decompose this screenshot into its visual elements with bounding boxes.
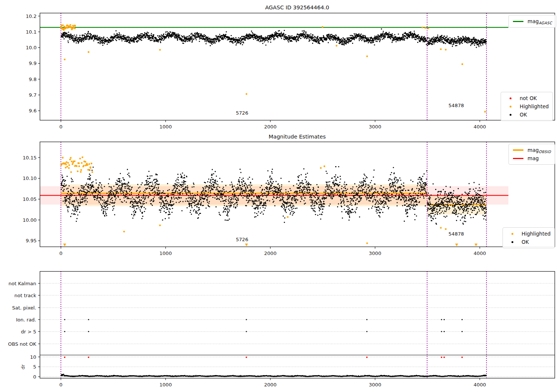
svg-text:9.6: 9.6 <box>29 108 37 113</box>
dr-axis-label: dr <box>20 364 26 370</box>
legend-item-mag: mag <box>512 154 551 162</box>
svg-text:2000: 2000 <box>264 251 277 256</box>
flag-category-label: OBS not OK <box>8 341 37 347</box>
flag-category-label: not track <box>14 293 36 298</box>
legend-label: OK <box>522 239 529 245</box>
plot2-line-legend: magOBSID mag <box>508 144 555 165</box>
svg-text:9.8: 9.8 <box>29 77 37 82</box>
svg-text:10: 10 <box>30 354 36 360</box>
legend-item-highlighted: Highlighted <box>504 102 549 111</box>
svg-text:0: 0 <box>59 251 62 256</box>
highlighted-dot-icon <box>511 233 513 235</box>
svg-text:10.0: 10.0 <box>26 45 37 50</box>
legend-label: magAGASC <box>528 18 552 24</box>
mag-plot-layer: 572654878010002000300040009.69.79.89.910… <box>26 13 555 130</box>
flag-category-label: dr > 5 <box>21 329 36 335</box>
mag-line-icon <box>513 158 523 159</box>
svg-text:0: 0 <box>33 374 36 380</box>
ok-dot-icon <box>511 241 513 243</box>
plot2-dot-legend: Highlighted OK <box>503 227 555 248</box>
plot2-title: Magnitude Estimates <box>268 134 326 140</box>
svg-text:5: 5 <box>33 364 36 370</box>
highlighted-dot-icon <box>510 106 511 108</box>
legend-label: magOBSID <box>528 147 551 153</box>
svg-text:3000: 3000 <box>369 382 381 388</box>
figure: 572654878010002000300040009.69.79.89.910… <box>0 0 560 392</box>
legend-label: Highlighted <box>522 231 551 237</box>
svg-text:9.95: 9.95 <box>26 238 37 243</box>
plot1-dot-legend: not OK Highlighted OK <box>501 92 553 121</box>
ok-dot-icon <box>510 114 511 116</box>
legend-item-not-ok: not OK <box>504 94 549 102</box>
legend-item-mag-agasc: magAGASC <box>512 17 552 25</box>
svg-text:4000: 4000 <box>474 382 486 388</box>
mag-agasc-line-icon <box>513 21 523 22</box>
legend-item-highlighted: Highlighted <box>506 230 551 238</box>
mag-plot-layer: 572654878010002000300040009.9510.0010.05… <box>23 142 555 256</box>
svg-text:9.7: 9.7 <box>29 92 37 98</box>
legend-item-ok: OK <box>506 238 551 246</box>
svg-text:4000: 4000 <box>474 124 486 130</box>
svg-text:1000: 1000 <box>159 124 172 130</box>
svg-text:10.1: 10.1 <box>26 29 37 35</box>
legend-label: not OK <box>520 95 537 101</box>
svg-text:0: 0 <box>59 382 62 388</box>
flags-plot-layer: 01000200030004000not Kalmannot trackSat.… <box>8 271 555 388</box>
legend-item-mag-obsid: magOBSID <box>512 146 551 154</box>
legend-label: Highlighted <box>520 103 549 109</box>
svg-text:3000: 3000 <box>369 124 381 130</box>
svg-text:2000: 2000 <box>264 124 277 130</box>
svg-text:10.2: 10.2 <box>26 13 37 19</box>
flag-category-label: not Kalman <box>9 281 36 286</box>
annotation: 5726 <box>236 110 248 116</box>
legend-label: OK <box>520 112 527 118</box>
svg-text:10.05: 10.05 <box>23 196 37 202</box>
plot1-title: AGASC ID 392564464.0 <box>265 4 329 10</box>
mag-obsid-line-icon <box>513 149 523 151</box>
annotation: 54878 <box>448 103 464 108</box>
svg-text:1000: 1000 <box>159 251 172 256</box>
annotation: 5726 <box>236 237 248 242</box>
flag-category-label: Ion. rad. <box>16 317 36 323</box>
legend-item-ok: OK <box>504 111 549 119</box>
svg-text:10.00: 10.00 <box>23 217 37 223</box>
legend-label: mag <box>528 155 539 161</box>
annotation: 54878 <box>448 231 464 237</box>
figure-canvas: 572654878010002000300040009.69.79.89.910… <box>0 0 560 392</box>
flag-category-label: Sat. pixel. <box>12 305 36 311</box>
svg-text:0: 0 <box>59 124 62 130</box>
svg-text:2000: 2000 <box>264 382 277 388</box>
svg-text:10.15: 10.15 <box>23 155 37 161</box>
svg-text:1000: 1000 <box>159 382 172 388</box>
not-ok-dot-icon <box>510 97 511 99</box>
svg-text:9.9: 9.9 <box>29 60 37 66</box>
svg-text:10.10: 10.10 <box>23 175 37 181</box>
svg-text:4000: 4000 <box>474 251 486 256</box>
plot1-line-legend: magAGASC <box>508 15 556 28</box>
svg-text:3000: 3000 <box>369 251 381 256</box>
